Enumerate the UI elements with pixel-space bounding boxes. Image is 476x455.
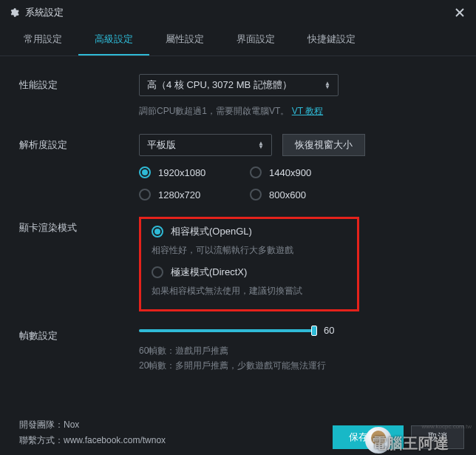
tab-interface[interactable]: 界面設定 — [220, 25, 291, 55]
vt-tutorial-link[interactable]: VT 教程 — [292, 106, 323, 116]
radio-icon — [250, 189, 262, 200]
render-radio-opengl[interactable]: 相容模式(OpenGL) — [152, 225, 347, 238]
render-label: 顯卡渲染模式 — [19, 217, 139, 311]
chevron-updown-icon: ▲▼ — [324, 81, 330, 89]
resolution-radio-800x600[interactable]: 800x600 — [250, 189, 361, 200]
radio-icon — [250, 166, 262, 178]
content: 性能設定 高（4 核 CPU, 3072 MB 記憶體） ▲▼ 調節CPU數超過… — [0, 56, 476, 388]
resolution-mode-value: 平板版 — [147, 138, 176, 152]
window-title: 系統設定 — [25, 6, 64, 19]
radio-icon — [139, 189, 151, 200]
fps-hints: 60幀數：遊戲用戶推薦 20幀數：多開用戶推薦，少數遊戲可能無法運行 — [139, 343, 457, 374]
dev-team: Nox — [64, 419, 79, 430]
titlebar: 系統設定 — [0, 0, 476, 25]
render-highlight-box: 相容模式(OpenGL) 相容性好，可以流暢執行大多數遊戲 極速模式(Direc… — [139, 217, 359, 311]
resolution-radio-1280x720[interactable]: 1280x720 — [139, 189, 250, 200]
render-directx-desc: 如果相容模式無法使用，建議切換嘗試 — [152, 285, 347, 297]
performance-label: 性能設定 — [19, 74, 139, 118]
tab-shortcuts[interactable]: 快捷鍵設定 — [291, 25, 372, 55]
footer: 開發團隊：Nox 聯繫方式：www.facebook.com/twnox 保存設… — [19, 417, 464, 449]
gear-icon — [9, 7, 19, 18]
render-radio-directx[interactable]: 極速模式(DirectX) — [152, 266, 347, 279]
slider-thumb[interactable] — [311, 326, 317, 336]
chevron-updown-icon: ▲▼ — [258, 141, 264, 149]
radio-icon — [152, 266, 163, 278]
resolution-radio-1920x1080[interactable]: 1920x1080 — [139, 166, 250, 178]
render-row: 顯卡渲染模式 相容模式(OpenGL) 相容性好，可以流暢執行大多數遊戲 極速模… — [19, 217, 457, 311]
tab-general[interactable]: 常用設定 — [7, 25, 78, 55]
tab-advanced[interactable]: 高級設定 — [78, 25, 149, 55]
resolution-label: 解析度設定 — [19, 134, 139, 200]
tab-properties[interactable]: 屬性設定 — [149, 25, 220, 55]
radio-icon — [152, 226, 163, 237]
performance-select[interactable]: 高（4 核 CPU, 3072 MB 記憶體） ▲▼ — [139, 74, 339, 96]
performance-value: 高（4 核 CPU, 3072 MB 記憶體） — [147, 78, 292, 92]
close-button[interactable] — [452, 5, 467, 20]
fps-slider[interactable] — [139, 329, 315, 332]
performance-row: 性能設定 高（4 核 CPU, 3072 MB 記憶體） ▲▼ 調節CPU數超過… — [19, 74, 457, 118]
save-button[interactable]: 保存設定 — [333, 425, 404, 449]
resolution-row: 解析度設定 平板版 ▲▼ 恢復視窗大小 1920x1080 1440x900 — [19, 134, 457, 200]
tabs: 常用設定 高級設定 屬性設定 界面設定 快捷鍵設定 — [0, 25, 476, 56]
fps-row: 幀數設定 60 60幀數：遊戲用戶推薦 20幀數：多開用戶推薦，少數遊戲可能無法… — [19, 325, 457, 374]
radio-icon — [139, 166, 151, 178]
contact-link[interactable]: www.facebook.com/twnox — [64, 435, 166, 445]
watermark: www.kocpc.com.tw — [421, 423, 472, 430]
fps-value: 60 — [324, 325, 334, 336]
performance-hint: 調節CPU數超過1，需要開啟電腦VT。 VT 教程 — [139, 105, 457, 118]
resolution-mode-select[interactable]: 平板版 ▲▼ — [139, 134, 272, 156]
restore-window-button[interactable]: 恢復視窗大小 — [282, 134, 365, 156]
render-opengl-desc: 相容性好，可以流暢執行大多數遊戲 — [152, 244, 347, 257]
resolution-radio-1440x900[interactable]: 1440x900 — [250, 166, 361, 178]
fps-label: 幀數設定 — [19, 325, 139, 374]
resolution-options: 1920x1080 1440x900 1280x720 800x600 — [139, 166, 457, 200]
